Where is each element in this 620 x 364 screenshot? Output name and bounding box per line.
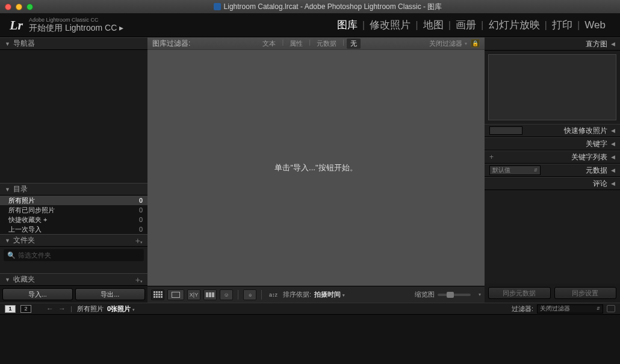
sort-label: 排序依据: xyxy=(283,290,311,299)
export-button[interactable]: 导出... xyxy=(75,288,146,300)
window-close-button[interactable] xyxy=(5,4,11,10)
sort-direction-button[interactable]: a↕z xyxy=(267,289,280,300)
filter-preset-select[interactable]: 关闭过滤器⇵ xyxy=(537,304,603,313)
disclosure-triangle-icon: ▼ xyxy=(5,277,10,283)
toolbar: X|Y ☺ ⎒ a↕z 排序依据: 拍摄时间 ▾ 缩览图 ▾ xyxy=(147,286,485,303)
add-keyword-button[interactable]: + xyxy=(489,153,494,161)
disclosure-triangle-icon: ▼ xyxy=(5,187,10,193)
folder-search-input[interactable]: 🔍筛选文件夹 xyxy=(4,249,144,261)
module-打印[interactable]: 打印 xyxy=(547,18,577,32)
rgb-readout xyxy=(489,126,522,135)
app-icon xyxy=(214,3,221,10)
catalog-item[interactable]: 快捷收藏夹 +0 xyxy=(0,215,147,224)
disclosure-triangle-icon: ◀ xyxy=(611,128,615,134)
module-幻灯片放映[interactable]: 幻灯片放映 xyxy=(484,18,545,32)
add-collection-button[interactable]: +▾ xyxy=(135,275,143,285)
empty-state-message: 单击"导入..."按钮开始。 xyxy=(274,162,357,173)
filter-tab[interactable]: 元数据 xyxy=(313,39,340,49)
sort-value[interactable]: 拍摄时间 ▾ xyxy=(314,290,345,299)
module-画册[interactable]: 画册 xyxy=(451,18,481,32)
module-修改照片[interactable]: 修改照片 xyxy=(365,18,415,32)
painter-tool[interactable]: ⎒ xyxy=(243,289,256,300)
grid-button-icon[interactable] xyxy=(36,306,42,312)
separator: | xyxy=(343,39,344,49)
catalog-item[interactable]: 所有照片0 xyxy=(0,196,147,205)
sync-metadata-button[interactable]: 同步元数据 xyxy=(488,287,551,299)
separator: | xyxy=(309,39,311,49)
library-filter-bar: 图库过滤器: 文本|属性|元数据|无 关闭过滤器 ▾ 🔒 xyxy=(147,37,485,50)
disclosure-triangle-icon: ◀ xyxy=(611,141,615,147)
metadata-preset-select[interactable]: 默认值⇵ xyxy=(489,165,541,175)
filmstrip[interactable] xyxy=(0,315,620,364)
secondary-toolbar: 1 2 ← → | 所有照片 0张照片 ▾ 过滤器: 关闭过滤器⇵ xyxy=(0,303,620,315)
filter-preset-menu[interactable]: ▾ xyxy=(465,41,467,46)
catalog-item[interactable]: 所有已同步照片0 xyxy=(0,205,147,215)
disclosure-triangle-icon: ◀ xyxy=(611,154,615,160)
quick-develop-header[interactable]: 快速修改照片◀ xyxy=(485,124,620,137)
right-panel: 直方图◀ 快速修改照片◀ 关键字◀ +关键字列表◀ 默认值⇵元数据◀ 评论◀ 同… xyxy=(485,37,620,303)
toolbar-menu[interactable]: ▾ xyxy=(479,292,481,297)
histogram-view[interactable] xyxy=(488,54,616,120)
left-panel: ▼导航器 ▼目录 所有照片0所有已同步照片0快捷收藏夹 +0上一次导入0 ▼文件… xyxy=(0,37,147,303)
add-folder-button[interactable]: +▾ xyxy=(135,236,143,245)
filter-tab[interactable]: 属性 xyxy=(286,39,306,49)
title-bar: Lightroom Catalog.lrcat - Adobe Photosho… xyxy=(0,0,620,13)
catalog-item[interactable]: 上一次导入0 xyxy=(0,224,147,234)
navigator-header[interactable]: ▼导航器 xyxy=(0,37,147,50)
module-图库[interactable]: 图库 xyxy=(332,18,362,32)
collections-header[interactable]: ▼收藏夹+▾ xyxy=(0,273,147,286)
grid-canvas[interactable]: 单击"导入..."按钮开始。 xyxy=(147,50,485,286)
filmstrip-source[interactable]: 所有照片 0张照片 ▾ xyxy=(77,304,135,313)
nav-forward-button[interactable]: → xyxy=(58,304,66,313)
app-header: Lr Adobe Lightroom Classic CC 开始使用 Light… xyxy=(0,13,620,37)
catalog-list: 所有照片0所有已同步照片0快捷收藏夹 +0上一次导入0 xyxy=(0,196,147,234)
disclosure-triangle-icon: ◀ xyxy=(611,180,615,187)
disclosure-triangle-icon: ▼ xyxy=(5,41,10,47)
histogram-header[interactable]: 直方图◀ xyxy=(485,37,620,51)
compare-view-button[interactable]: X|Y xyxy=(187,289,200,300)
disclosure-triangle-icon: ▼ xyxy=(5,238,10,244)
module-picker: 图库|修改照片|地图|画册|幻灯片放映|打印|Web xyxy=(332,18,610,32)
loupe-view-button[interactable] xyxy=(167,289,184,300)
nav-back-button[interactable]: ← xyxy=(46,304,54,313)
search-icon: 🔍 xyxy=(7,251,16,259)
window-zoom-button[interactable] xyxy=(26,4,33,10)
right-panel-spacer xyxy=(485,190,620,283)
filter-tab[interactable]: 无 xyxy=(347,39,361,49)
keywording-header[interactable]: 关键字◀ xyxy=(485,137,620,150)
comments-header[interactable]: 评论◀ xyxy=(485,177,620,190)
module-地图[interactable]: 地图 xyxy=(418,18,448,32)
folders-header[interactable]: ▼文件夹+▾ xyxy=(0,234,147,247)
separator: | xyxy=(282,39,284,49)
disclosure-triangle-icon: ◀ xyxy=(611,41,615,47)
main-window-button[interactable]: 1 xyxy=(5,305,16,313)
filter-label: 过滤器: xyxy=(512,304,533,313)
thumbnail-size-label: 缩览图 xyxy=(415,290,435,299)
sync-settings-button[interactable]: 同步设置 xyxy=(554,287,617,299)
center-area: 图库过滤器: 文本|属性|元数据|无 关闭过滤器 ▾ 🔒 单击"导入..."按钮… xyxy=(147,37,485,303)
navigator-preview[interactable] xyxy=(0,50,147,183)
filter-tab[interactable]: 文本 xyxy=(259,39,279,49)
close-filter-button[interactable]: 关闭过滤器 xyxy=(429,39,462,48)
catalog-header[interactable]: ▼目录 xyxy=(0,183,147,196)
disclosure-triangle-icon: ◀ xyxy=(611,167,615,173)
window-title: Lightroom Catalog.lrcat - Adobe Photosho… xyxy=(40,2,615,12)
filter-label: 图库过滤器: xyxy=(152,39,190,49)
metadata-header[interactable]: 默认值⇵元数据◀ xyxy=(485,164,620,177)
second-window-button[interactable]: 2 xyxy=(20,305,31,313)
window-minimize-button[interactable] xyxy=(16,4,22,10)
keyword-list-header[interactable]: +关键字列表◀ xyxy=(485,150,620,164)
thumbnail-slider[interactable] xyxy=(438,294,471,296)
lightroom-logo: Lr xyxy=(10,17,23,33)
filter-lock-icon[interactable]: 🔒 xyxy=(471,39,480,48)
people-view-button[interactable]: ☺ xyxy=(220,289,233,300)
cc-link[interactable]: 开始使用 Lightroom CC ▸ xyxy=(29,23,123,32)
module-Web[interactable]: Web xyxy=(580,19,610,31)
filter-switch[interactable] xyxy=(607,305,615,312)
survey-view-button[interactable] xyxy=(203,289,217,300)
import-button[interactable]: 导入... xyxy=(2,288,73,300)
grid-view-button[interactable] xyxy=(151,289,164,300)
